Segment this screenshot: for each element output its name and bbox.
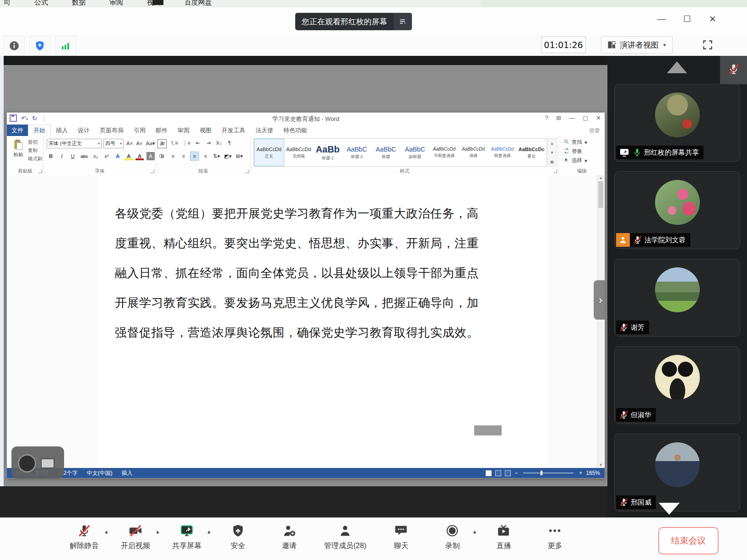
toolbar-button[interactable]: 直播 ▲: [487, 523, 520, 551]
paragraph-button[interactable]: ⋮≡: [181, 139, 191, 147]
dialog-launcher-icon[interactable]: [245, 169, 249, 173]
style-chip[interactable]: AaBbC 副标题: [401, 139, 430, 166]
participant-tile[interactable]: 谢芳: [614, 259, 740, 337]
word-document-area[interactable]: 各级党委（党组）要把开展党史学习教育作为一项重大政治任务，高度重视、精心组织。要…: [7, 175, 605, 468]
self-mute-indicator[interactable]: [720, 56, 747, 84]
word-restore-button[interactable]: ▢: [583, 114, 588, 121]
font-format-button[interactable]: A: [135, 152, 144, 160]
style-chip[interactable]: AaBbCcDd 明显强调: [488, 139, 517, 166]
caret-up-icon[interactable]: ▲: [155, 529, 160, 534]
styles-gallery-scroll[interactable]: ▲▼▦: [547, 138, 557, 167]
word-help-button[interactable]: ?: [545, 114, 548, 121]
toolbar-button[interactable]: 解除静音 ▲: [68, 523, 101, 551]
participant-tile[interactable]: 邢红枚的屏幕共享: [614, 84, 740, 162]
font-format-button[interactable]: x₂: [92, 152, 100, 160]
read-mode-icon[interactable]: [486, 470, 492, 476]
banner-options-button[interactable]: [394, 13, 412, 30]
font-tool-button[interactable]: A˄: [125, 139, 134, 147]
background-menu-item[interactable]: 公式: [34, 0, 48, 7]
background-menu-item[interactable]: 审阅: [109, 0, 123, 7]
toolbar-button[interactable]: 录制 ▲: [436, 523, 469, 551]
undo-icon[interactable]: ↶▾: [21, 115, 28, 122]
word-signin-label[interactable]: 登录: [589, 127, 600, 135]
word-close-button[interactable]: ✕: [596, 114, 601, 121]
style-chip[interactable]: AaBb 标题 1: [313, 139, 342, 166]
zoom-slider[interactable]: [523, 473, 574, 473]
font-format-button[interactable]: abc: [80, 152, 89, 160]
statusbar-item[interactable]: 中文(中国): [87, 469, 113, 477]
ribbon-tab[interactable]: 页面布局: [95, 125, 129, 136]
background-menu-item[interactable]: 数据: [72, 0, 86, 7]
ribbon-tab[interactable]: 开始: [28, 125, 51, 136]
style-chip[interactable]: AaBbC 标题: [371, 139, 401, 166]
participants-scroll-down-icon[interactable]: [659, 503, 680, 515]
toolbar-button[interactable]: 共享屏幕 ▲: [170, 523, 203, 551]
fullscreen-button[interactable]: [700, 38, 715, 52]
clipboard-item-button[interactable]: 剪切: [28, 139, 43, 146]
minimize-button[interactable]: —: [656, 14, 666, 24]
caret-up-icon[interactable]: ▲: [206, 529, 211, 534]
toolbar-button[interactable]: 管理成员(28) ▲: [324, 523, 366, 551]
font-format-button[interactable]: B: [47, 152, 55, 160]
paragraph-button[interactable]: ⁝≡: [158, 139, 167, 147]
font-format-button[interactable]: A: [146, 152, 155, 160]
zoom-out-icon[interactable]: −: [514, 470, 518, 476]
dialog-launcher-icon[interactable]: [38, 169, 42, 173]
network-status-button[interactable]: [55, 36, 76, 56]
word-ribbon-options-button[interactable]: ⊞: [556, 114, 561, 121]
participants-scroll-up-icon[interactable]: [667, 61, 687, 73]
font-format-button[interactable]: U: [69, 152, 77, 160]
camera-preview-icon[interactable]: [18, 454, 36, 473]
caret-up-icon[interactable]: ▲: [472, 529, 477, 534]
edit-menu-item[interactable]: 替换 ▾: [563, 148, 587, 155]
paragraph-button[interactable]: ¶: [225, 139, 233, 147]
print-layout-icon[interactable]: [495, 470, 501, 476]
meeting-info-button[interactable]: [4, 36, 25, 56]
style-chip[interactable]: AaBbCcDd 正文: [254, 139, 284, 166]
toolbar-button[interactable]: 安全 ▲: [222, 523, 254, 551]
maximize-button[interactable]: ☐: [682, 14, 692, 24]
ribbon-tab[interactable]: 特色功能: [278, 125, 312, 136]
web-layout-icon[interactable]: [505, 470, 511, 476]
close-button[interactable]: ✕: [708, 14, 718, 24]
toolbar-button[interactable]: 邀请 ▲: [273, 523, 306, 551]
participant-tile[interactable]: 法学院刘文蓉: [614, 171, 740, 249]
toolbar-button[interactable]: 更多 ▲: [538, 523, 571, 551]
ribbon-tab[interactable]: 审阅: [173, 125, 195, 136]
background-menu-item[interactable]: 百度网盘: [184, 0, 212, 7]
floating-share-controls[interactable]: [11, 446, 64, 478]
ribbon-tab[interactable]: 引用: [129, 125, 151, 136]
paragraph-button[interactable]: ≡: [158, 152, 167, 160]
end-meeting-button[interactable]: 结束会议: [658, 527, 719, 555]
save-icon[interactable]: [10, 114, 17, 122]
scrollbar-thumb[interactable]: [598, 181, 603, 208]
paragraph-button[interactable]: ⇥: [204, 139, 212, 147]
style-chip[interactable]: AaBbCcDd 不明显强调: [430, 139, 459, 166]
caret-up-icon[interactable]: ▲: [104, 529, 109, 534]
font-format-button[interactable]: A: [124, 152, 133, 160]
clipboard-item-button[interactable]: 格式刷: [28, 156, 43, 162]
sidebar-collapse-handle[interactable]: ›: [594, 280, 607, 320]
style-chip[interactable]: AaBbCcDd 无间隔: [284, 139, 314, 166]
font-format-button[interactable]: A: [114, 152, 122, 160]
participant-tile[interactable]: 邢国威: [614, 434, 740, 511]
font-size-select[interactable]: 四号▾: [103, 139, 124, 148]
ribbon-tab[interactable]: 法天使: [250, 125, 278, 136]
paragraph-button[interactable]: ⊞▾: [235, 152, 244, 160]
paragraph-button[interactable]: ≡: [169, 152, 177, 160]
edit-menu-item[interactable]: 选择 ▾: [563, 157, 587, 164]
paragraph-button[interactable]: X↓: [215, 139, 223, 147]
clipboard-item-button[interactable]: 复制: [28, 147, 43, 154]
participant-tile[interactable]: 但淑华: [614, 346, 740, 424]
scrollbar-down-icon[interactable]: ▼: [597, 463, 604, 467]
edit-menu-item[interactable]: 查找 ▾: [563, 139, 587, 146]
dialog-launcher-icon[interactable]: [151, 169, 154, 173]
toolbar-button[interactable]: 聊天 ▲: [384, 523, 417, 551]
ribbon-tab[interactable]: 邮件: [151, 125, 173, 136]
paragraph-button[interactable]: ◩▾: [223, 152, 233, 160]
paste-button[interactable]: 粘贴: [11, 139, 26, 158]
style-chip[interactable]: AaBbC 标题 2: [342, 139, 372, 166]
paragraph-button[interactable]: ⇅▾: [212, 152, 221, 160]
customize-qat-icon[interactable]: ⋮: [41, 115, 47, 122]
redo-icon[interactable]: ↻: [32, 115, 37, 122]
